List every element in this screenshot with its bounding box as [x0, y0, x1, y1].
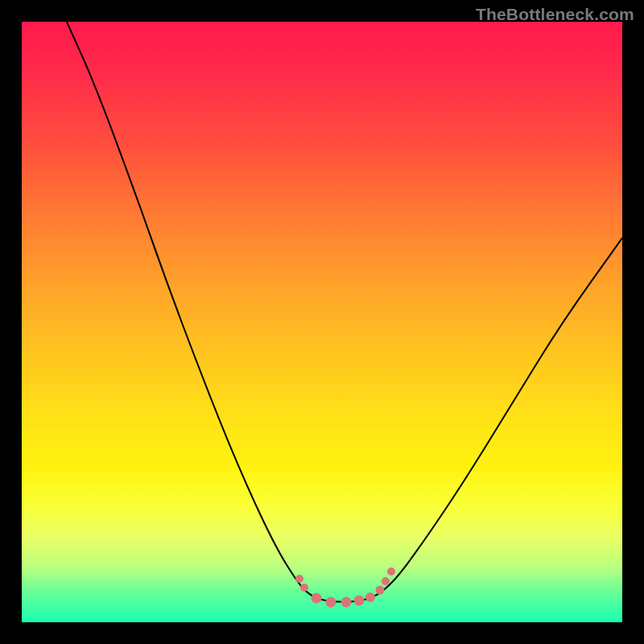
curve-path	[67, 22, 622, 602]
chart-frame: TheBottleneck.com	[0, 0, 644, 644]
bottleneck-curve	[22, 22, 622, 622]
watermark-text: TheBottleneck.com	[476, 5, 634, 24]
plot-area	[22, 22, 622, 622]
